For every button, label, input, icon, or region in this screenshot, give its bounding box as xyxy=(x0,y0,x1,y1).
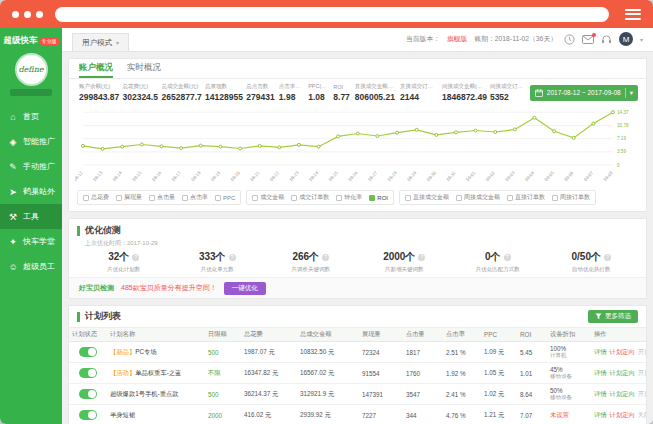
help-icon[interactable]: ? xyxy=(418,254,425,261)
sidebar-item-home[interactable]: ⌂首页 xyxy=(0,104,62,129)
tab-realtime-overview[interactable]: 实时概况 xyxy=(127,59,161,78)
plan-daily-limit[interactable]: 500 xyxy=(205,349,241,356)
help-icon[interactable]: ? xyxy=(229,254,236,261)
data-point[interactable] xyxy=(278,146,281,149)
plan-state[interactable]: 关闭 xyxy=(638,411,646,420)
data-point[interactable] xyxy=(356,132,359,135)
overview-stat: 总成交金额(元)2652877.7 xyxy=(160,83,201,102)
data-point[interactable] xyxy=(454,131,457,134)
plan-detail-link[interactable]: 详情 xyxy=(594,390,607,399)
legend-chip[interactable]: 总花费 xyxy=(83,193,109,202)
data-point[interactable] xyxy=(180,147,183,150)
sidebar-item-manual-campaign[interactable]: ✎手动推广 xyxy=(0,154,62,179)
sidebar-item-academy[interactable]: ✦快车学堂 xyxy=(0,229,62,254)
help-icon[interactable]: ? xyxy=(604,254,611,261)
plan-daily-limit[interactable]: 不限 xyxy=(205,369,241,378)
data-point[interactable] xyxy=(337,135,340,138)
plan-name[interactable]: 超级爆款1号手机-重点款 xyxy=(107,390,205,399)
checkbox-icon xyxy=(336,195,342,201)
data-point[interactable] xyxy=(494,131,497,134)
data-point[interactable] xyxy=(435,133,438,136)
data-point[interactable] xyxy=(199,144,202,147)
window-dot-icon[interactable] xyxy=(12,11,19,18)
legend-chip[interactable]: 直接订单数 xyxy=(507,193,545,202)
legend-chip[interactable]: 转化率 xyxy=(336,193,362,202)
more-filters-button[interactable]: 更多筛选 xyxy=(588,310,638,323)
plan-detail-link[interactable]: 详情 xyxy=(594,369,607,378)
headset-icon[interactable] xyxy=(601,34,612,44)
address-bar[interactable] xyxy=(55,7,609,22)
plan-name[interactable]: 半身短裙 xyxy=(107,411,205,420)
legend-chip[interactable]: 间接订单数 xyxy=(552,193,590,202)
optimize-stat-value: 0/50个 xyxy=(572,250,601,264)
data-point[interactable] xyxy=(160,145,163,148)
plan-detail-link[interactable]: 详情 xyxy=(594,348,607,357)
plan-target-link[interactable]: 计划定向 xyxy=(610,411,635,420)
window-dot-icon[interactable] xyxy=(24,11,31,18)
legend-chip[interactable]: 成交金额 xyxy=(252,193,284,202)
plan-detail-link[interactable]: 详情 xyxy=(594,411,607,420)
plan-name[interactable]: 【新品】PC专场 xyxy=(107,348,205,357)
plan-status-toggle[interactable] xyxy=(79,389,97,399)
data-point[interactable] xyxy=(317,145,320,148)
mail-icon[interactable] xyxy=(582,35,594,44)
data-point[interactable] xyxy=(239,147,242,150)
data-point[interactable] xyxy=(553,130,556,133)
help-icon[interactable]: ? xyxy=(504,254,511,261)
sidebar-item-staff[interactable]: ☺超级员工 xyxy=(0,254,62,279)
optimize-card: 优化侦测 上次优化时间：2017-10-29 32个?共优化计划数333个?共优… xyxy=(68,218,647,299)
sidebar-item-tools[interactable]: ⚒工具 xyxy=(0,204,62,229)
legend-chip[interactable]: 点击量 xyxy=(149,193,175,202)
date-range-picker[interactable]: 2017-08-12 ~ 2017-09-08▾ xyxy=(530,85,638,101)
tab-account-overview[interactable]: 账户概况 xyxy=(79,59,113,78)
legend-chip[interactable]: 展现量 xyxy=(116,193,142,202)
svg-text:08-30: 08-30 xyxy=(426,170,438,182)
plan-state[interactable]: 开启 xyxy=(638,369,646,378)
stat-value: 2652877.7 xyxy=(162,92,199,102)
data-point[interactable] xyxy=(612,111,615,114)
plan-status-toggle[interactable] xyxy=(79,347,97,357)
window-dot-icon[interactable] xyxy=(36,11,43,18)
data-point[interactable] xyxy=(533,116,536,119)
plan-target-link[interactable]: 计划定向 xyxy=(610,348,635,357)
legend-chip[interactable]: 点击率 xyxy=(182,193,208,202)
data-point[interactable] xyxy=(415,128,418,131)
legend-chip[interactable]: 成交订单数 xyxy=(291,193,329,202)
plan-daily-limit[interactable]: 500 xyxy=(205,391,241,398)
legend-chip[interactable]: 直接成交金额 xyxy=(405,193,449,202)
plan-daily-limit[interactable]: 2000 xyxy=(205,412,241,419)
clock-icon[interactable] xyxy=(564,34,575,45)
data-point[interactable] xyxy=(121,145,124,148)
browser-menu-icon[interactable] xyxy=(625,9,641,20)
data-point[interactable] xyxy=(572,136,575,139)
mode-tab[interactable]: 用户模式 ▾ xyxy=(72,33,129,51)
legend-chip[interactable]: 间接成交金额 xyxy=(456,193,500,202)
data-point[interactable] xyxy=(396,131,399,134)
data-point[interactable] xyxy=(376,135,379,138)
help-icon[interactable]: ? xyxy=(322,254,329,261)
data-point[interactable] xyxy=(101,147,104,150)
one-key-optimize-button[interactable]: 一键优化 xyxy=(224,282,266,295)
plan-state[interactable]: 开启 xyxy=(638,390,646,399)
data-point[interactable] xyxy=(513,128,516,131)
chevron-down-icon[interactable]: ▾ xyxy=(640,36,643,43)
data-point[interactable] xyxy=(219,145,222,148)
data-point[interactable] xyxy=(82,144,85,147)
data-point[interactable] xyxy=(592,122,595,125)
data-point[interactable] xyxy=(258,144,261,147)
plan-status-toggle[interactable] xyxy=(79,410,97,420)
plan-status-toggle[interactable] xyxy=(79,368,97,378)
data-point[interactable] xyxy=(474,129,477,132)
user-avatar[interactable]: M xyxy=(619,32,633,46)
plan-target-link[interactable]: 计划定向 xyxy=(610,369,635,378)
plan-name[interactable]: 【活动】单品权重车-之蓝 xyxy=(107,369,205,378)
legend-chip[interactable]: PPC xyxy=(215,195,235,201)
plan-state[interactable]: 开启 xyxy=(638,348,646,357)
sidebar-item-offsite[interactable]: ➤鹤巢站外 xyxy=(0,179,62,204)
data-point[interactable] xyxy=(140,143,143,146)
legend-chip[interactable]: ROI xyxy=(369,195,388,201)
data-point[interactable] xyxy=(297,143,300,146)
plan-target-link[interactable]: 计划定向 xyxy=(610,390,635,399)
sidebar-item-smart-campaign[interactable]: ◈智能推广 xyxy=(0,129,62,154)
help-icon[interactable]: ? xyxy=(132,254,139,261)
